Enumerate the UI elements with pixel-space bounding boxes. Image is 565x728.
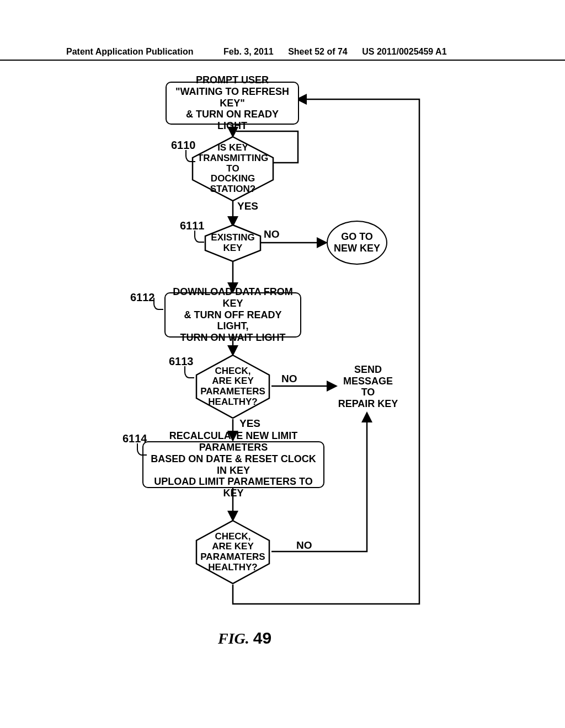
label-yes: YES (237, 200, 258, 212)
ref-tick (194, 231, 204, 243)
process-6112: DOWNLOAD DATA FROM KEY & TURN OFF READY … (164, 292, 301, 338)
figure-number: 49 (253, 629, 271, 647)
ref-tick (153, 298, 163, 310)
figure-prefix: FIG. (218, 630, 249, 647)
decision-healthy-2: CHECK, ARE KEY PARAMATERS HEALTHY? (195, 520, 270, 585)
process-text: PROMPT USER "WAITING TO REFRESH KEY" & T… (172, 74, 292, 131)
terminator-text: GO TO NEW KEY (334, 231, 380, 254)
decision-text: IS KEY TRANSMITTING TO DOCKING STATION? (191, 143, 274, 194)
decision-6110: IS KEY TRANSMITTING TO DOCKING STATION? (191, 136, 274, 202)
process-text: RECALCULATE NEW LIMIT PARAMETERS BASED O… (149, 430, 318, 499)
action-send-repair: SEND MESSAGE TO REPAIR KEY (338, 364, 398, 410)
process-text: DOWNLOAD DATA FROM KEY & TURN OFF READY … (171, 286, 295, 343)
header-date: Feb. 3, 2011 (223, 47, 274, 57)
process-prompt-user: PROMPT USER "WAITING TO REFRESH KEY" & T… (166, 82, 299, 125)
label-no: NO (264, 228, 280, 240)
header-pubnum: US 2011/0025459 A1 (362, 47, 446, 57)
decision-text: CHECK, ARE KEY PARAMATERS HEALTHY? (200, 532, 265, 573)
page-header: Patent Application Publication Feb. 3, 2… (0, 47, 565, 61)
decision-6111: EXISTING KEY (204, 224, 262, 263)
flowchart: PROMPT USER "WAITING TO REFRESH KEY" & T… (0, 77, 565, 684)
ref-tick (137, 443, 147, 456)
figure-label: FIG. 49 (218, 629, 271, 647)
terminator-new-key: GO TO NEW KEY (327, 221, 387, 265)
decision-text: EXISTING KEY (211, 233, 254, 253)
header-publication: Patent Application Publication (66, 47, 194, 57)
ref-tick (184, 366, 194, 378)
label-yes: YES (239, 417, 260, 430)
header-sheet: Sheet 52 of 74 (288, 47, 348, 57)
ref-6112: 6112 (130, 291, 155, 304)
decision-6113: CHECK, ARE KEY PARAMETERS HEALTHY? (195, 354, 270, 419)
process-6114: RECALCULATE NEW LIMIT PARAMETERS BASED O… (142, 441, 324, 488)
decision-text: CHECK, ARE KEY PARAMETERS HEALTHY? (200, 366, 265, 408)
label-no: NO (296, 539, 312, 552)
label-no: NO (281, 373, 297, 385)
